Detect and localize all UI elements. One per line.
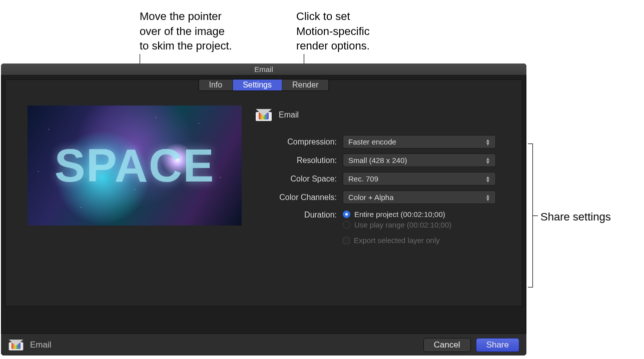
- channels-dropdown[interactable]: Color + Alpha ▲▼: [343, 190, 496, 204]
- email-icon: [9, 340, 24, 350]
- compression-dropdown[interactable]: Faster encode ▲▼: [343, 135, 496, 148]
- duration-entire-label: Entire project (00:02:10;00): [354, 210, 445, 218]
- channels-label: Color Channels:: [256, 193, 337, 202]
- email-icon: [256, 109, 272, 121]
- cancel-button[interactable]: Cancel: [423, 338, 471, 352]
- share-button[interactable]: Share: [476, 338, 519, 352]
- export-layer-label: Export selected layer only: [354, 236, 440, 244]
- duration-entire-radio[interactable]: Entire project (00:02:10;00): [343, 209, 496, 220]
- tab-settings[interactable]: Settings: [233, 80, 282, 90]
- duration-label: Duration:: [256, 209, 337, 220]
- tab-segmented-control: Info Settings Render: [199, 80, 329, 90]
- chevron-updown-icon: ▲▼: [485, 157, 490, 164]
- bracket-share-settings: [528, 144, 533, 288]
- colorspace-dropdown[interactable]: Rec. 709 ▲▼: [343, 172, 496, 186]
- bottom-title: Email: [30, 340, 52, 350]
- checkbox-icon: [343, 237, 350, 244]
- bottom-bar: Email Cancel Share: [1, 334, 526, 356]
- settings-grid: Compression: Faster encode ▲▼ Resolution…: [256, 135, 496, 244]
- resolution-dropdown[interactable]: Small (428 x 240) ▲▼: [343, 154, 496, 167]
- window-title: Email: [1, 64, 526, 76]
- colorspace-label: Color Space:: [256, 174, 337, 184]
- preview-title-text: SPACE: [55, 140, 215, 192]
- chevron-updown-icon: ▲▼: [485, 176, 490, 182]
- annotation-line: [533, 216, 538, 216]
- chevron-updown-icon: ▲▼: [485, 138, 490, 146]
- annotation-render: Click to set Motion-specific render opti…: [296, 9, 370, 54]
- tab-info[interactable]: Info: [199, 80, 233, 90]
- destination-header: Email: [256, 109, 299, 121]
- radio-selected-icon: [343, 210, 350, 218]
- project-preview[interactable]: SPACE: [28, 106, 242, 226]
- compression-value: Faster encode: [348, 138, 396, 146]
- duration-playrange-radio[interactable]: Use play range (00:02:10;00): [343, 220, 496, 230]
- resolution-value: Small (428 x 240): [348, 156, 407, 164]
- content-area: Info Settings Render SPACE Email Compres…: [5, 80, 522, 306]
- channels-value: Color + Alpha: [348, 193, 393, 202]
- share-dialog: Email Info Settings Render SPACE Email C…: [1, 64, 526, 356]
- annotation-share-settings: Share settings: [540, 210, 611, 224]
- chevron-updown-icon: ▲▼: [485, 194, 490, 201]
- compression-label: Compression:: [256, 138, 337, 146]
- radio-unselected-icon: [343, 221, 350, 228]
- annotation-skim: Move the pointer over of the image to sk…: [140, 9, 232, 54]
- duration-playrange-label: Use play range (00:02:10;00): [354, 220, 451, 229]
- colorspace-value: Rec. 709: [348, 174, 378, 183]
- destination-title: Email: [279, 110, 299, 120]
- export-layer-checkbox[interactable]: Export selected layer only: [343, 236, 496, 244]
- tab-render[interactable]: Render: [282, 80, 328, 90]
- resolution-label: Resolution:: [256, 156, 337, 165]
